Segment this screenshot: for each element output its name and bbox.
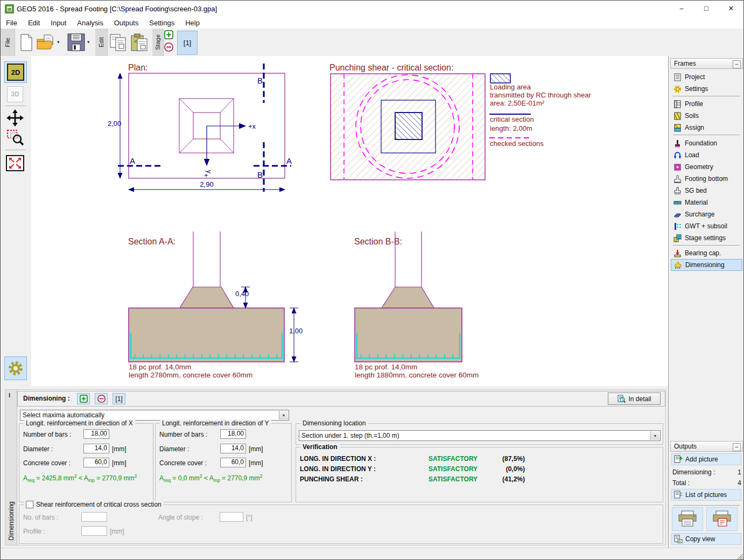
plan-title: Plan:: [128, 63, 148, 72]
frames-item-material[interactable]: Material: [671, 197, 742, 208]
printer-document-icon: [712, 510, 732, 528]
dimensioning-1-button[interactable]: [1]: [113, 393, 125, 404]
frames-item-dimensioning[interactable]: Dimensioning: [671, 259, 742, 271]
dimensioning-header-row: Dimensioning : [1] In detail: [17, 391, 665, 407]
save-dropdown-arrow[interactable]: ▾: [87, 39, 90, 45]
minimize-button[interactable]: –: [669, 1, 694, 16]
frames-item-stage-settings[interactable]: 12 Stage settings: [671, 232, 742, 244]
location-select[interactable]: Section under 1. step (th.=1,00 m) ▼: [299, 430, 661, 441]
section-a-title: Section A-A:: [128, 237, 176, 246]
frames-item-profile[interactable]: Profile: [671, 98, 742, 110]
open-file-button[interactable]: [36, 30, 55, 54]
section-b-view: Section B-B: 18 pc prof. 14,0mm length 1…: [354, 232, 479, 379]
bars-x-input[interactable]: 18,00: [83, 429, 109, 439]
copy-button[interactable]: [108, 30, 128, 54]
open-dropdown-arrow[interactable]: ▾: [57, 39, 60, 45]
shear-angle-input[interactable]: [220, 512, 243, 522]
project-icon: [673, 73, 682, 81]
in-detail-button[interactable]: In detail: [608, 393, 661, 405]
frames-item-label: Profile: [685, 100, 703, 108]
menu-settings[interactable]: Settings: [144, 18, 180, 28]
bars-y-input[interactable]: 18,00: [220, 429, 246, 439]
add-picture-icon: [674, 455, 683, 464]
verification-row-value: (41,2%): [487, 475, 525, 483]
geometry-icon: [673, 163, 682, 171]
frames-item-label: Surcharge: [685, 211, 714, 218]
menu-outputs[interactable]: Outputs: [109, 18, 144, 28]
frames-item-bearing-cap[interactable]: Bearing cap.: [671, 247, 742, 259]
stage-add-button[interactable]: [164, 30, 173, 41]
frames-item-settings[interactable]: Settings: [671, 83, 742, 95]
frames-item-surcharge[interactable]: Surcharge: [671, 208, 742, 220]
copy-view-button[interactable]: Copy view: [671, 533, 741, 545]
app-window: GEO5 2016 - Spread Footing [C:\Spread Fo…: [0, 0, 744, 560]
material-icon: [673, 199, 682, 207]
menu-file[interactable]: File: [1, 18, 23, 28]
frames-item-gwt-subsoil[interactable]: GWT + subsoil: [671, 220, 742, 232]
app-icon: [5, 4, 14, 13]
add-picture-button[interactable]: Add picture: [671, 453, 741, 465]
footing-bottom-icon: [673, 175, 682, 183]
stage-remove-icon: [164, 43, 173, 52]
print-selection-button[interactable]: [706, 507, 738, 531]
stage-remove-button[interactable]: [164, 43, 173, 54]
panel-grip[interactable]: I Dimensioning: [5, 390, 17, 545]
panel-grip-handle: I: [9, 392, 10, 398]
shear-bars-input[interactable]: [81, 512, 107, 522]
cover-x-input[interactable]: 60,0: [83, 458, 109, 467]
frames-item-sg-bed[interactable]: SG bed: [671, 185, 742, 197]
frames-item-soils[interactable]: Soils: [671, 110, 742, 122]
diameter-y-input[interactable]: 14,0: [220, 444, 246, 453]
toolbar-edit-group: Edit: [95, 29, 108, 56]
frames-item-label: Footing bottom: [685, 175, 728, 183]
frames-minimize-button[interactable]: –: [733, 60, 741, 68]
2d-icon: 2D: [7, 64, 24, 81]
save-button[interactable]: [66, 30, 86, 54]
pan-button[interactable]: [4, 108, 26, 128]
remove-dimensioning-button[interactable]: [95, 393, 108, 404]
frames-item-project[interactable]: Project: [671, 71, 742, 83]
maximize-button[interactable]: □: [694, 1, 719, 16]
new-file-button[interactable]: [18, 30, 35, 54]
close-button[interactable]: ✕: [719, 1, 743, 16]
legend-critical-line1: critical section: [490, 115, 534, 123]
zoom-window-button[interactable]: [4, 127, 26, 148]
fit-view-button[interactable]: [4, 153, 26, 173]
print-button[interactable]: [672, 507, 703, 531]
menu-edit[interactable]: Edit: [23, 18, 45, 28]
resize-grip-icon[interactable]: [736, 553, 743, 560]
right-panel: Frames – Project Settings Profile Soils …: [668, 56, 744, 548]
view-3d-button[interactable]: 3D: [4, 84, 26, 104]
outputs-minimize-button[interactable]: –: [733, 443, 741, 451]
drawing-canvas[interactable]: Plan: +x y + 2,00 2,90 A A: [31, 56, 668, 386]
menu-analysis[interactable]: Analysis: [72, 18, 108, 28]
section-b-caption-2: length 1880mm, concrete cover 60mm: [355, 371, 479, 379]
list-of-pictures-button[interactable]: List of pictures: [671, 489, 741, 501]
drawing-settings-button[interactable]: [4, 356, 27, 380]
shear-reinforcement-checkbox[interactable]: [26, 501, 33, 508]
add-dimensioning-button[interactable]: [77, 393, 90, 404]
in-detail-icon: [617, 395, 626, 403]
zoom-icon: [6, 128, 24, 146]
area-formula-y: Areq = 0,0 mm2 < Ainp = 2770,9 mm2: [159, 473, 263, 483]
frames-item-geometry[interactable]: Geometry: [671, 161, 742, 173]
shear-profile-input[interactable]: [81, 526, 107, 536]
cover-y-input[interactable]: 60,0: [220, 458, 246, 467]
maxima-select[interactable]: Select maxima automatically ▼: [20, 410, 289, 421]
menu-help[interactable]: Help: [180, 18, 205, 28]
frames-item-footing-bottom[interactable]: Footing bottom: [671, 173, 742, 185]
dimensioning-header-label: Dimensioning :: [23, 395, 70, 402]
maxima-select-arrow: ▼: [279, 411, 288, 419]
paste-button[interactable]: [130, 30, 150, 54]
frames-item-load[interactable]: Load: [671, 149, 742, 161]
diameter-x-input[interactable]: 14,0: [83, 444, 109, 453]
frames-item-assign[interactable]: Assign: [671, 122, 742, 134]
frames-item-foundation[interactable]: Foundation: [671, 137, 742, 149]
stage-add-icon: [164, 30, 173, 39]
list-of-pictures-icon: [674, 491, 683, 499]
view-2d-button[interactable]: 2D: [4, 61, 27, 83]
stage-1-button[interactable]: [1]: [177, 31, 198, 55]
menu-input[interactable]: Input: [45, 18, 72, 28]
dimensioning-location-group: Dimensioning location Section under 1. s…: [296, 423, 663, 445]
plan-height-dim: 2,00: [108, 120, 121, 128]
